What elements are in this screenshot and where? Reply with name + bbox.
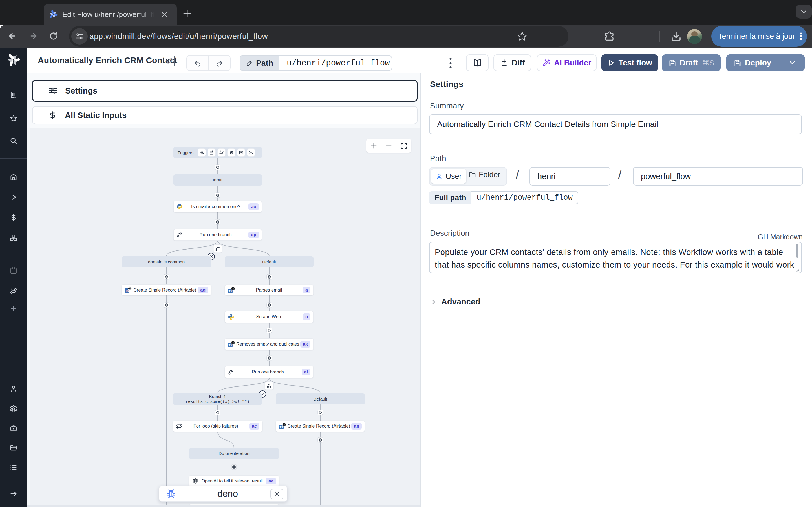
svg-text:TS: TS (229, 344, 232, 347)
svg-text:TS: TS (229, 290, 232, 293)
svg-text:TS: TS (125, 290, 129, 292)
svg-text:TS: TS (280, 426, 283, 429)
